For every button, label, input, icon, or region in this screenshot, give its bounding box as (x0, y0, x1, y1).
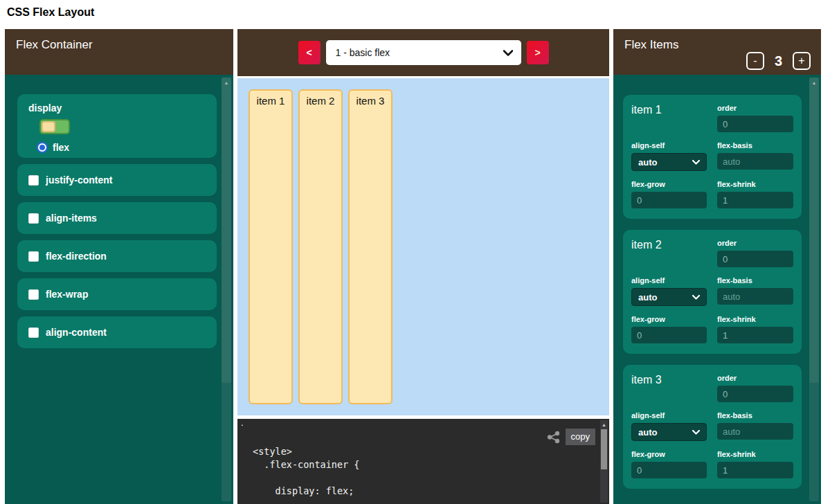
left-panel-scrollbar[interactable]: ▲ (222, 78, 231, 501)
order-input[interactable] (717, 116, 793, 132)
flex-basis-input[interactable] (717, 288, 793, 305)
flex-radio[interactable] (37, 142, 48, 153)
code-cursor-dot: . (241, 419, 244, 428)
order-input[interactable] (717, 251, 793, 267)
display-flex-radio-row[interactable]: flex (37, 142, 206, 153)
flex-shrink-input[interactable] (717, 192, 793, 208)
flex-shrink-input[interactable] (717, 462, 793, 478)
flex-wrap-checkbox[interactable] (28, 289, 39, 300)
scroll-up-arrow-icon[interactable]: ▲ (809, 80, 819, 86)
flex-items-panel: Flex Items - 3 + item 1 order (613, 29, 821, 504)
right-panel-scrollbar-thumb[interactable] (809, 78, 819, 383)
main-layout: Flex Container display flex justify-cont… (5, 29, 821, 504)
flex-container-panel-header: Flex Container (5, 29, 233, 75)
align-items-checkbox[interactable] (28, 213, 39, 224)
item-2-title: item 2 (631, 239, 707, 267)
order-input[interactable] (717, 386, 793, 402)
align-self-select[interactable]: auto (631, 423, 707, 441)
chevron-down-icon (503, 50, 513, 56)
justify-content-label: justify-content (46, 174, 112, 186)
code-panel: . copy <style> .flex-container { display… (237, 419, 609, 504)
display-toggle-knob (42, 121, 55, 132)
preset-select-value: 1 - basic flex (336, 47, 390, 58)
flex-wrap-label: flex-wrap (46, 289, 88, 300)
flex-direction-label: flex-direction (46, 251, 107, 262)
decrease-items-button[interactable]: - (746, 52, 764, 70)
flex-items-panel-body: item 1 order align-self auto (613, 75, 821, 504)
property-card-flex-wrap[interactable]: flex-wrap (17, 278, 217, 310)
left-panel-scrollbar-thumb[interactable] (222, 78, 231, 383)
flex-shrink-input[interactable] (717, 327, 793, 343)
align-self-value: auto (638, 292, 657, 303)
align-self-label: align-self (631, 411, 707, 420)
flex-basis-input[interactable] (717, 153, 793, 170)
flex-basis-input[interactable] (717, 423, 793, 440)
display-toggle[interactable] (39, 119, 70, 134)
align-self-label: align-self (631, 276, 707, 285)
order-label: order (717, 104, 793, 112)
page-title: CSS Flex Layout (7, 6, 94, 19)
demo-flex-item-3: item 3 (348, 89, 393, 404)
flex-basis-label: flex-basis (717, 411, 793, 420)
code-scrollbar[interactable]: ▲ (600, 420, 608, 503)
align-self-select[interactable]: auto (631, 153, 707, 171)
prev-preset-button[interactable]: < (298, 41, 321, 64)
align-content-label: align-content (46, 327, 107, 338)
display-label: display (28, 102, 206, 114)
align-content-checkbox[interactable] (28, 327, 39, 338)
preset-bar: < 1 - basic flex > (237, 29, 609, 76)
order-label: order (717, 239, 793, 247)
code-text: <style> .flex-container { display: flex; (253, 445, 609, 498)
item-2-card: item 2 order align-self auto (623, 230, 802, 354)
demo-panel: < 1 - basic flex > item 1 item 2 item 3 … (237, 29, 609, 504)
demo-flex-item-1: item 1 (249, 89, 293, 404)
scroll-up-arrow-icon[interactable]: ▲ (222, 80, 231, 86)
next-preset-button[interactable]: > (527, 41, 549, 64)
code-scroll-up-arrow-icon[interactable]: ▲ (600, 422, 608, 428)
flex-container-panel-body: display flex justify-content align-item (5, 75, 233, 504)
increase-items-button[interactable]: + (793, 52, 811, 70)
align-self-value: auto (638, 427, 657, 438)
chevron-down-icon (692, 430, 700, 435)
share-icon[interactable] (547, 431, 560, 444)
flex-items-panel-header: Flex Items - 3 + (613, 29, 821, 75)
flex-container-panel: Flex Container display flex justify-cont… (5, 29, 233, 504)
flex-grow-input[interactable] (631, 192, 707, 208)
order-label: order (717, 374, 793, 382)
property-card-align-items[interactable]: align-items (17, 202, 217, 234)
chevron-down-icon (692, 160, 700, 165)
flex-basis-label: flex-basis (717, 141, 793, 150)
flex-items-title: Flex Items (624, 38, 678, 51)
property-card-justify-content[interactable]: justify-content (17, 164, 217, 196)
align-self-select[interactable]: auto (631, 288, 707, 306)
align-self-label: align-self (631, 141, 707, 150)
flex-shrink-label: flex-shrink (717, 180, 793, 188)
flex-demo-container: item 1 item 2 item 3 (237, 78, 609, 415)
flex-direction-checkbox[interactable] (28, 251, 39, 262)
flex-grow-label: flex-grow (631, 180, 707, 188)
right-panel-scrollbar[interactable]: ▲ (809, 78, 819, 501)
item-3-card: item 3 order align-self auto (623, 365, 802, 489)
flex-shrink-label: flex-shrink (717, 450, 793, 458)
item-count-controls: - 3 + (746, 52, 811, 70)
property-card-flex-direction[interactable]: flex-direction (17, 240, 217, 272)
property-card-align-content[interactable]: align-content (17, 316, 217, 348)
code-scrollbar-thumb[interactable] (601, 429, 607, 469)
flex-grow-input[interactable] (631, 462, 707, 478)
flex-grow-input[interactable] (631, 327, 707, 343)
align-self-value: auto (638, 157, 657, 168)
item-1-title: item 1 (631, 104, 707, 132)
item-1-card: item 1 order align-self auto (623, 95, 802, 219)
flex-grow-label: flex-grow (631, 315, 707, 323)
flex-radio-label: flex (53, 142, 69, 153)
copy-button[interactable]: copy (566, 429, 595, 445)
flex-shrink-label: flex-shrink (717, 315, 793, 323)
justify-content-checkbox[interactable] (28, 175, 39, 186)
item-count-value: 3 (775, 53, 782, 69)
demo-flex-item-2: item 2 (298, 89, 343, 404)
flex-grow-label: flex-grow (631, 450, 707, 458)
preset-select[interactable]: 1 - basic flex (326, 40, 521, 65)
item-3-title: item 3 (631, 374, 707, 402)
display-option-card: display flex (17, 94, 217, 158)
chevron-down-icon (692, 295, 700, 300)
